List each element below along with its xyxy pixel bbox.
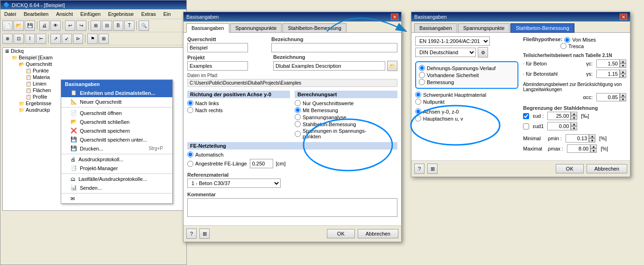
dialog1-kommentar-textarea[interactable]: [187, 198, 397, 217]
toolbar2-b2[interactable]: ⊡: [14, 34, 24, 44]
context-menu-senden[interactable]: ✉: [61, 194, 172, 203]
dialog2-sud-value[interactable]: [547, 112, 571, 120]
toolbar-new[interactable]: 📄: [2, 21, 13, 31]
dialog1-cancel-button[interactable]: Abbrechen: [358, 229, 398, 238]
tree-root[interactable]: 🖥 Dickq: [3, 48, 184, 54]
dialog1-bezeichnung-input[interactable]: [271, 43, 397, 52]
dialog2-country-dropdown[interactable]: DIN Deutschland: [415, 48, 476, 57]
toolbar-undo[interactable]: ↩: [65, 21, 75, 31]
dialog2-close-button[interactable]: ✕: [620, 14, 627, 20]
dialog1-help-button[interactable]: ?: [186, 229, 197, 239]
dialog2-betonstahl-down[interactable]: ▼: [620, 74, 626, 78]
dialog2-pmin-down[interactable]: ▼: [589, 138, 595, 143]
dialog2-ok-button[interactable]: OK: [556, 164, 584, 173]
toolbar-redo[interactable]: ↪: [76, 21, 86, 31]
context-menu-ausdruckprotokoll[interactable]: 📑 Projekt-Manager: [61, 164, 172, 172]
dialog1-ok-button[interactable]: OK: [327, 229, 355, 238]
dialog2-pmax-up[interactable]: ▲: [590, 144, 597, 149]
dialog2-radio-achsen-uv[interactable]: Hauptachsen u, v: [415, 115, 518, 122]
context-menu-drucken[interactable]: 🖨 Ausdruckprotokoll...: [61, 155, 172, 164]
dialog2-calc-button[interactable]: ⊞: [427, 164, 438, 174]
toolbar2-b3[interactable]: I: [25, 34, 35, 44]
toolbar2-b6[interactable]: ↙: [62, 34, 72, 44]
dialog2-radio-achsen-yz[interactable]: Achsen y-0, z-0: [415, 108, 518, 115]
toolbar-open[interactable]: 📂: [14, 21, 24, 31]
tree-beispiel[interactable]: 📁 Beispiel [Exam: [3, 54, 184, 61]
dialog1-radio-mitbem[interactable]: Mit Bemessung: [295, 107, 397, 113]
dialog2-sud-up[interactable]: ▲: [571, 112, 577, 116]
dialog2-kud1-down[interactable]: ▼: [571, 126, 577, 130]
toolbar-t1[interactable]: T: [124, 21, 134, 31]
context-menu-projekt[interactable]: 🗂 Lastfälle/Ausdruckprotokolle...: [61, 175, 172, 183]
dialog2-sud-checkbox[interactable]: [523, 113, 529, 119]
toolbar-b1[interactable]: B: [113, 21, 123, 31]
dialog2-help-button[interactable]: ?: [414, 164, 425, 174]
dialog1-fe-value[interactable]: [250, 159, 273, 168]
dialog2-abmind-up[interactable]: ▲: [620, 93, 626, 97]
dialog2-betonstahl-up[interactable]: ▲: [620, 70, 626, 74]
context-menu-oeffnen[interactable]: 📂 Querschnitt schließen: [61, 117, 172, 126]
dialog2-pmin-up[interactable]: ▲: [589, 134, 595, 138]
context-menu-speichern[interactable]: 💾 Querschnitt speichern unter...: [61, 135, 172, 144]
toolbar-zoom[interactable]: 🔍: [139, 21, 149, 31]
toolbar-grid2[interactable]: ⊟: [102, 21, 112, 31]
toolbar2-b1[interactable]: ⊕: [2, 34, 13, 44]
dialog2-pmax-value[interactable]: [567, 144, 590, 153]
menu-bearbeiten[interactable]: Bearbeiten: [20, 10, 52, 18]
dialog2-tab-basisangaben[interactable]: Basisangaben: [414, 23, 457, 32]
toolbar2-b5[interactable]: ↗: [50, 34, 61, 44]
toolbar2-b7[interactable]: ⊳: [73, 34, 83, 44]
dialog2-sud-down[interactable]: ▼: [571, 116, 577, 120]
dialog2-radio-tresca[interactable]: Tresca: [560, 43, 584, 49]
dialog2-radio-schwer[interactable]: Schwerpunkt Hauptmaterial: [415, 92, 518, 98]
dialog2-tab-stahlbeton[interactable]: Stahlbeton-Bemessung: [510, 23, 574, 33]
dialog2-radio-null[interactable]: Nullpunkt: [415, 99, 518, 105]
dialog1-proj-bez-input[interactable]: [273, 61, 385, 71]
toolbar-print[interactable]: 🖨: [39, 21, 50, 31]
tree-querschnitt[interactable]: 📂 Querschnitt: [3, 61, 184, 67]
menu-ein[interactable]: Ein: [160, 10, 175, 18]
dialog2-kud1-value[interactable]: [547, 122, 571, 130]
dialog2-beton-value[interactable]: [596, 59, 620, 68]
menu-einfuegen[interactable]: Einfügen: [77, 10, 104, 18]
context-menu-lastfaelle[interactable]: 📊 Senden...: [61, 183, 172, 192]
dialog2-cancel-button[interactable]: Abbrechen: [587, 164, 627, 173]
tree-punkte[interactable]: 📋 Punkte: [3, 67, 184, 74]
dialog2-pmin-value[interactable]: [566, 134, 589, 143]
dialog2-pmax-down[interactable]: ▼: [590, 149, 597, 153]
dialog1-calc-button[interactable]: ⊞: [199, 229, 210, 239]
toolbar-preview[interactable]: 👁: [50, 21, 61, 31]
toolbar2-b8[interactable]: ⊞: [99, 34, 109, 44]
dialog2-kud1-checkbox[interactable]: [523, 123, 529, 129]
dialog1-radio-links[interactable]: Nach links: [187, 100, 290, 106]
dialog1-close-button[interactable]: ✕: [391, 14, 398, 20]
menu-ergebnisse[interactable]: Ergebnisse: [104, 10, 137, 18]
context-menu-schliessen[interactable]: ❌ Querschnitt speichern: [61, 126, 172, 135]
dialog2-radio-vonmises[interactable]: Von Mises: [564, 37, 596, 43]
dialog1-folder-btn[interactable]: 📁: [387, 61, 397, 71]
dialog1-fe-radio-manual[interactable]: Angestrebte FE-Länge: [187, 161, 247, 167]
dialog1-radio-nurqs[interactable]: Nur Querschnittswerte: [295, 100, 397, 106]
menu-extras[interactable]: Extras: [137, 10, 159, 18]
dialog2-radio-sicher[interactable]: Vorhandene Sicherheit: [419, 72, 515, 78]
context-menu-einheiten[interactable]: 📐 Neuer Querschnitt: [61, 97, 172, 106]
dialog2-abmind-value[interactable]: [596, 93, 620, 101]
dialog1-tab-basisangaben[interactable]: Basisangaben: [186, 23, 229, 33]
dialog1-radio-rechts[interactable]: Nach rechts: [187, 107, 290, 113]
dialog2-radio-dehn[interactable]: Dehnungs-Spannungs-Verlauf: [419, 65, 515, 71]
dialog1-qs-input[interactable]: [187, 43, 248, 52]
dialog2-tab-spannungspunkte[interactable]: Spannungspunkte: [458, 23, 510, 32]
context-menu-neuer[interactable]: 📄 Querschnitt öffnen: [61, 108, 172, 117]
dialog1-tab-stahlbeton[interactable]: Stahlbeton-Bemessung: [283, 23, 346, 32]
dialog1-radio-spannpkt[interactable]: Spannungen in Spannungs-punkten: [295, 128, 397, 139]
dialog1-ref-dropdown[interactable]: 1 - Beton C30/37: [187, 179, 281, 188]
dialog2-abmind-down[interactable]: ▼: [620, 97, 626, 101]
menu-datei[interactable]: Datei: [0, 10, 20, 18]
dialog1-tab-spannungspunkte[interactable]: Spannungspunkte: [230, 23, 282, 32]
toolbar-grid[interactable]: ⊞: [91, 21, 101, 31]
dialog2-beton-up[interactable]: ▲: [620, 59, 626, 64]
dialog2-betonstahl-value[interactable]: [596, 70, 620, 78]
context-menu-speichern-unter[interactable]: 💾 Drucken... Strg+P: [61, 144, 172, 153]
dialog2-norm-dropdown[interactable]: EN 1992-1-1:2004/AC:2010: [415, 36, 490, 46]
dialog1-fe-radio-auto[interactable]: Automatisch: [187, 151, 224, 158]
